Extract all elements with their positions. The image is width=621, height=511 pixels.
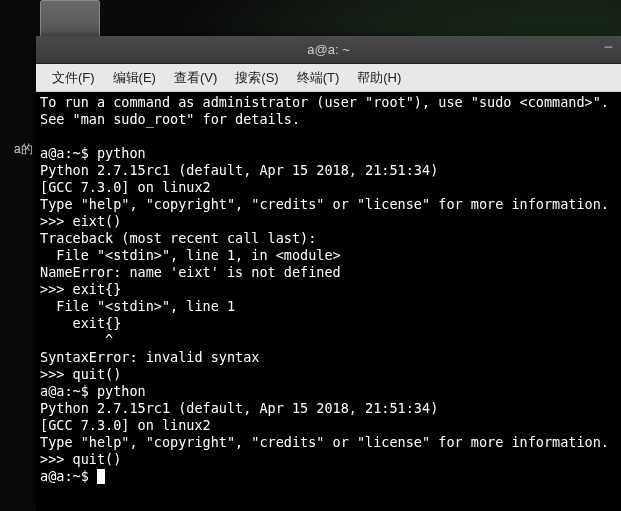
term-line: Python 2.7.15rc1 (default, Apr 15 2018, … (40, 162, 438, 178)
term-line: NameError: name 'eixt' is not defined (40, 264, 341, 280)
term-line: SyntaxError: invalid syntax (40, 349, 259, 365)
menu-file[interactable]: 文件(F) (44, 67, 103, 89)
term-line: a@a:~$ python (40, 383, 146, 399)
term-line: a@a:~$ python (40, 145, 146, 161)
menu-view[interactable]: 查看(V) (166, 67, 225, 89)
window-title: a@a: ~ (307, 42, 349, 57)
term-line: File "<stdin>", line 1 (40, 298, 235, 314)
term-line: Python 2.7.15rc1 (default, Apr 15 2018, … (40, 400, 438, 416)
term-line: [GCC 7.3.0] on linux2 (40, 417, 211, 433)
term-line: See "man sudo_root" for details. (40, 111, 300, 127)
term-line: Traceback (most recent call last): (40, 230, 316, 246)
term-prompt: a@a:~$ (40, 468, 97, 484)
menubar: 文件(F) 编辑(E) 查看(V) 搜索(S) 终端(T) 帮助(H) (36, 64, 621, 92)
term-line: Type "help", "copyright", "credits" or "… (40, 434, 609, 450)
terminal-window: a@a: ~ – 文件(F) 编辑(E) 查看(V) 搜索(S) 终端(T) 帮… (36, 36, 621, 511)
term-line: >>> eixt() (40, 213, 121, 229)
menu-terminal[interactable]: 终端(T) (289, 67, 348, 89)
term-line: >>> quit() (40, 451, 121, 467)
menu-edit[interactable]: 编辑(E) (105, 67, 164, 89)
menu-help[interactable]: 帮助(H) (349, 67, 409, 89)
titlebar[interactable]: a@a: ~ – (36, 36, 621, 64)
minimize-button[interactable]: – (604, 38, 613, 56)
term-line: ^ (40, 332, 113, 348)
menu-search[interactable]: 搜索(S) (227, 67, 286, 89)
term-line: >>> quit() (40, 366, 121, 382)
term-line: exit{} (40, 315, 121, 331)
term-line: >>> exit{} (40, 281, 121, 297)
term-line: Type "help", "copyright", "credits" or "… (40, 196, 609, 212)
desktop-folder-label: a的 (14, 141, 33, 158)
term-line: File "<stdin>", line 1, in <module> (40, 247, 341, 263)
term-line: [GCC 7.3.0] on linux2 (40, 179, 211, 195)
terminal-output[interactable]: To run a command as administrator (user … (36, 92, 621, 511)
cursor-icon (97, 469, 105, 484)
term-line: To run a command as administrator (user … (40, 94, 609, 110)
